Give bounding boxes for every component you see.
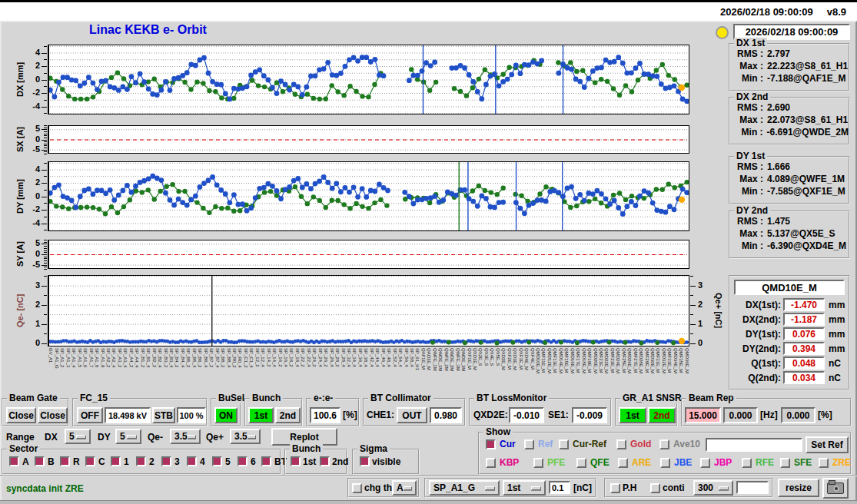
y-tick-label: 0 [698,338,713,347]
x-axis-label: QMD24E_M [615,348,620,389]
bunch-2nd-checkbox[interactable] [320,456,330,466]
stats-box-dy-1st: DY 1st RMS :1.666 Max :4.089@QWFE_1M Min… [729,156,850,204]
busel-on-button[interactable]: ON [214,407,238,423]
y-tick [44,263,47,264]
statusbar-divider [0,475,857,476]
gr-a1-2nd-button[interactable]: 2nd [648,407,676,423]
q2-label: Q(2nd): [730,373,781,383]
bunch-1st-button[interactable]: 1st [248,407,274,423]
x-axis-label: SP_22_4 [305,348,311,389]
y-tick [690,333,693,334]
x-axis-label: SP_42_4 [368,348,374,389]
camera-icon [827,482,844,494]
window-titlebar: 2026/02/18 09:00:09 v8.9 [0,0,857,21]
fc15-stb-button[interactable]: STB [152,407,175,423]
show-sfe-checkbox[interactable] [780,458,790,468]
application-window: 2026/02/18 09:00:09 v8.9 Linac KEKB e- O… [0,0,857,504]
y-axis-label-sx: SX [A] [14,125,26,154]
y-axis-label-dy: DY [mm] [14,161,26,231]
sector-label: 3 [174,456,180,467]
x-axis-label: SP_B3_2 [162,348,168,389]
sector-checkbox-r[interactable] [60,456,70,466]
sector-checkbox-2[interactable] [136,456,146,466]
sp-dropdown[interactable]: SP_A1_G [429,480,500,496]
x-axis-label: QWDE_2M [449,348,454,389]
show-jbe-checkbox[interactable] [660,458,670,468]
threshold-input[interactable] [549,481,570,494]
beam-gate-close-button-1[interactable]: Close [6,407,36,423]
range-dy-dropdown[interactable]: 5 [115,429,141,444]
min-value: -6.691@QWDE_2M [767,127,849,138]
free-input[interactable] [736,481,769,494]
x-axis-label: QMF17E_M [575,348,580,389]
sector-checkbox-a[interactable] [9,456,19,466]
count-dropdown[interactable]: 300 [693,480,733,496]
x-axis-label: QWDE_3M [460,348,466,389]
range-qep-dropdown[interactable]: 3.5 [230,429,261,444]
sigma-visible-checkbox[interactable] [360,456,370,466]
show-pfe-checkbox[interactable] [533,458,543,468]
sector-checkbox-6[interactable] [238,456,247,466]
sector-checkbox-c[interactable] [85,456,95,466]
show-ref-label: Ref [538,439,553,449]
bunch-order-dropdown[interactable]: 1st [503,480,546,496]
che1-out-button[interactable]: OUT [397,407,427,423]
y-tick [44,333,47,334]
y-tick [44,148,47,148]
x-axis-label: SP_A2_2 [105,348,111,389]
sector-checkbox-bt[interactable] [261,456,271,466]
ee-ratio-unit: [%] [343,410,357,420]
fc15-off-button[interactable]: OFF [77,407,103,423]
show-jbp-checkbox[interactable] [700,458,710,468]
sector-checkbox-5[interactable] [212,456,222,466]
y-tick [42,150,47,151]
x-axis-label: QMD26E_M [626,348,632,389]
bunch-1st-checkbox[interactable] [291,456,301,466]
show-cur-ref-checkbox[interactable] [559,439,569,449]
range-label: Range [6,432,35,443]
y-tick [44,145,47,146]
x-axis-label: SP_36_4 [357,348,362,389]
sector-checkbox-4[interactable] [187,456,197,466]
group-title: Sector [7,443,40,454]
range-dx-dropdown[interactable]: 5 [65,429,91,444]
y-tick [44,190,47,191]
show-gold-checkbox[interactable] [616,439,626,449]
beam-rep-hz-value: 0.000 [723,407,758,423]
resize-button[interactable]: resize [778,479,819,497]
show-are-checkbox[interactable] [618,458,628,468]
stats-title: DX 2nd [734,91,770,102]
option-menu-glyph [188,435,196,439]
count-value: 300 [698,482,713,493]
y-tick [44,242,47,243]
x-axis-label: SP_A1_4 [71,348,76,389]
show-zre-checkbox[interactable] [819,458,829,468]
show-kbp-checkbox[interactable] [486,458,496,468]
sector-checkbox-3[interactable] [161,456,171,466]
x-axis-label: QX2E_S [477,348,483,389]
show-qfe-checkbox[interactable] [576,458,586,468]
sector-checkbox-b[interactable] [35,456,45,466]
bpm-monitor-panel: QMD10E_M DX(1st):-1.470mm DX(2nd):-1.187… [729,275,850,390]
screenshot-button[interactable] [822,478,849,499]
show-cur-checkbox[interactable] [486,439,496,449]
show-ave10-checkbox[interactable] [659,439,669,449]
ph-checkbox[interactable] [610,483,620,493]
beam-gate-close-button-2[interactable]: Close [38,407,68,423]
stats-box-dy-2nd: DY 2nd RMS :1.475 Max :5.137@QX5E_S Min … [729,211,850,259]
range-qem-dropdown[interactable]: 3.5 [170,429,201,444]
x-axis-label: SP_A1_3 [65,348,70,389]
bunch-2nd-button[interactable]: 2nd [275,407,301,423]
chart-sx [48,125,689,154]
set-ref-button[interactable]: Set Ref [806,436,849,453]
y-tick [44,100,47,101]
sector-checkbox-1[interactable] [111,456,121,466]
show-ref-checkbox[interactable] [524,439,534,449]
show-rfe-checkbox[interactable] [742,458,752,468]
chg-th-dropdown[interactable]: A [392,480,417,496]
chg-th-checkbox[interactable] [352,483,362,493]
conti-checkbox[interactable] [650,483,660,493]
ref-name-input[interactable] [706,438,802,452]
show-jbp-label: JBP [714,457,732,468]
gr-a1-1st-button[interactable]: 1st [619,407,646,423]
